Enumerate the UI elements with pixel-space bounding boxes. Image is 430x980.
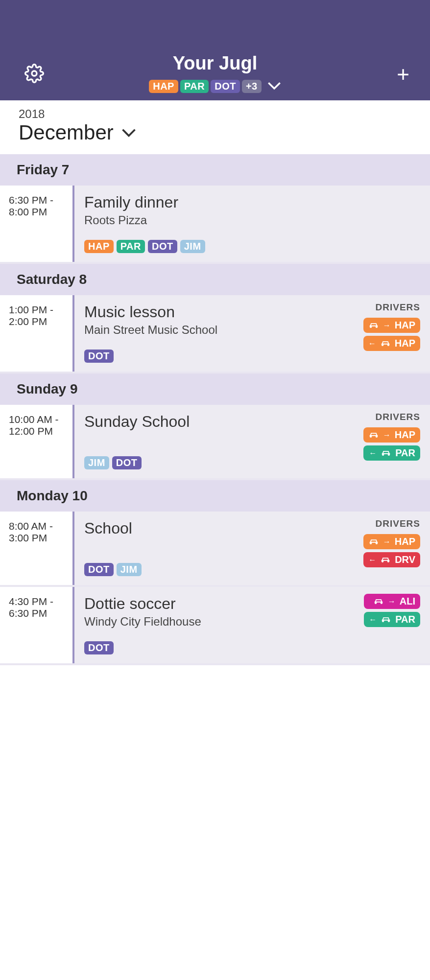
- agenda-list: Friday 76:30 PM -8:00 PMFamily dinnerRoo…: [0, 154, 430, 665]
- person-tag: PAR: [117, 240, 145, 253]
- drivers-box: DRIVERS→HAP←PAR: [363, 412, 420, 464]
- arrow-left-icon: ←: [368, 556, 376, 564]
- driver-from-badge: ←PAR: [364, 612, 420, 627]
- event-card[interactable]: Sunday SchoolJIMDOTDRIVERS→HAP←PAR: [72, 405, 430, 478]
- chevron-down-icon[interactable]: [267, 81, 281, 92]
- plus-icon: +: [397, 62, 409, 86]
- event-row[interactable]: 4:30 PM -6:30 PMDottie soccerWindy City …: [0, 587, 430, 665]
- filter-tag-more[interactable]: +3: [242, 80, 262, 93]
- car-icon: [368, 429, 379, 441]
- filter-tag[interactable]: HAP: [149, 80, 178, 93]
- car-icon: [381, 614, 391, 625]
- day-header: Saturday 8: [0, 264, 430, 295]
- app-header: + Your Jugl HAP PAR DOT +3: [0, 0, 430, 100]
- settings-button[interactable]: [24, 64, 44, 85]
- driver-to-badge: →HAP: [363, 427, 420, 443]
- drivers-label: DRIVERS: [363, 518, 420, 529]
- event-card[interactable]: Dottie soccerWindy City FieldhouseDOT→AL…: [72, 587, 430, 663]
- driver-name: HAP: [395, 429, 415, 441]
- driver-name: PAR: [395, 447, 415, 459]
- arrow-right-icon: →: [388, 597, 396, 606]
- person-tag: HAP: [84, 240, 114, 253]
- person-tag: DOT: [84, 350, 114, 363]
- arrow-left-icon: ←: [369, 449, 377, 458]
- day-header: Sunday 9: [0, 373, 430, 405]
- person-tag: DOT: [112, 456, 142, 469]
- driver-from-badge: ←HAP: [363, 336, 420, 351]
- drivers-box: →ALI←PAR: [364, 594, 420, 630]
- driver-from-badge: ←PAR: [363, 445, 420, 461]
- drivers-label: DRIVERS: [363, 412, 420, 422]
- event-title: Family dinner: [84, 193, 420, 211]
- event-time: 1:00 PM -2:00 PM: [0, 295, 72, 372]
- car-icon: [373, 596, 384, 607]
- driver-to-badge: →ALI: [364, 594, 420, 609]
- drivers-box: DRIVERS→HAP←HAP: [363, 302, 420, 354]
- car-icon: [380, 338, 391, 349]
- drivers-label: DRIVERS: [363, 302, 420, 313]
- event-time: 10:00 AM -12:00 PM: [0, 405, 72, 478]
- driver-name: ALI: [400, 596, 415, 607]
- event-card[interactable]: Family dinnerRoots PizzaHAPPARDOTJIM: [72, 186, 430, 262]
- person-tag: DOT: [84, 563, 114, 576]
- driver-name: HAP: [395, 338, 415, 349]
- filter-tag[interactable]: DOT: [211, 80, 240, 93]
- arrow-right-icon: →: [383, 537, 391, 546]
- driver-name: HAP: [395, 536, 415, 547]
- add-button[interactable]: +: [397, 64, 409, 85]
- drivers-box: DRIVERS→HAP←DRV: [363, 518, 420, 570]
- year-label: 2018: [19, 107, 415, 121]
- driver-name: HAP: [395, 320, 415, 331]
- driver-to-badge: →HAP: [363, 534, 420, 549]
- day-header: Monday 10: [0, 480, 430, 512]
- event-time: 6:30 PM -8:00 PM: [0, 186, 72, 262]
- header-tag-filter[interactable]: HAP PAR DOT +3: [149, 80, 281, 93]
- event-row[interactable]: 6:30 PM -8:00 PMFamily dinnerRoots Pizza…: [0, 186, 430, 264]
- month-label: December: [19, 121, 114, 144]
- person-tag: DOT: [84, 641, 114, 654]
- arrow-right-icon: →: [383, 431, 391, 440]
- event-row[interactable]: 8:00 AM -3:00 PMSchoolDOTJIMDRIVERS→HAP←…: [0, 512, 430, 587]
- event-time: 4:30 PM -6:30 PM: [0, 587, 72, 663]
- month-selector[interactable]: 2018 December: [0, 100, 430, 154]
- gear-icon: [24, 64, 44, 83]
- event-card[interactable]: SchoolDOTJIMDRIVERS→HAP←DRV: [72, 512, 430, 585]
- arrow-right-icon: →: [383, 321, 391, 330]
- event-tags: HAPPARDOTJIM: [84, 227, 420, 253]
- person-tag: JIM: [84, 456, 109, 469]
- event-row[interactable]: 1:00 PM -2:00 PMMusic lessonMain Street …: [0, 295, 430, 373]
- car-icon: [381, 447, 391, 459]
- svg-point-0: [32, 71, 37, 76]
- driver-from-badge: ←DRV: [363, 552, 420, 567]
- event-location: Roots Pizza: [84, 213, 420, 227]
- person-tag: JIM: [117, 563, 142, 576]
- arrow-left-icon: ←: [369, 615, 377, 624]
- event-time: 8:00 AM -3:00 PM: [0, 512, 72, 585]
- filter-tag[interactable]: PAR: [180, 80, 209, 93]
- car-icon: [368, 320, 379, 331]
- day-header: Friday 7: [0, 154, 430, 186]
- person-tag: JIM: [180, 240, 205, 253]
- car-icon: [380, 554, 391, 565]
- driver-to-badge: →HAP: [363, 318, 420, 333]
- chevron-down-icon: [121, 128, 136, 138]
- event-tags: DOT: [84, 629, 420, 654]
- driver-name: DRV: [395, 554, 415, 565]
- event-card[interactable]: Music lessonMain Street Music SchoolDOTD…: [72, 295, 430, 372]
- app-title: Your Jugl: [0, 53, 430, 74]
- event-row[interactable]: 10:00 AM -12:00 PMSunday SchoolJIMDOTDRI…: [0, 405, 430, 480]
- driver-name: PAR: [395, 614, 415, 625]
- car-icon: [368, 536, 379, 547]
- arrow-left-icon: ←: [368, 339, 376, 348]
- person-tag: DOT: [148, 240, 177, 253]
